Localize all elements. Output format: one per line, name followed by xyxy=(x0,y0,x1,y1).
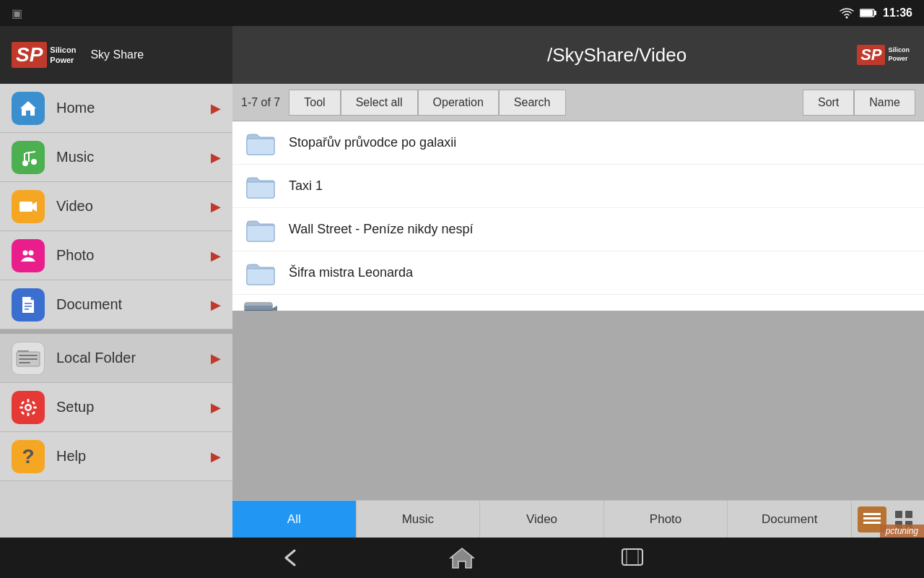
svg-point-0 xyxy=(846,17,848,19)
svg-point-22 xyxy=(27,405,30,409)
folder-icon-1 xyxy=(244,126,277,160)
local-folder-label: Local Folder xyxy=(56,350,221,366)
svg-rect-37 xyxy=(863,513,881,515)
setup-icon xyxy=(12,391,45,424)
time-display: 11:36 xyxy=(883,7,912,20)
file-name-2: Taxi 1 xyxy=(289,178,912,194)
setup-arrow: ▶ xyxy=(211,400,221,415)
document-icon xyxy=(12,288,45,322)
select-all-button[interactable]: Select all xyxy=(341,90,418,116)
operation-button[interactable]: Operation xyxy=(418,90,499,116)
content-area: /SkyShare/Video SP Silicon Power 1-7 of … xyxy=(232,26,924,538)
svg-rect-7 xyxy=(24,153,25,163)
file-row-2[interactable]: Taxi 1 xyxy=(232,165,924,208)
sidebar-item-photo[interactable]: Photo ▶ xyxy=(0,231,232,280)
video-label: Video xyxy=(56,198,221,215)
video-thumb-5 xyxy=(244,300,277,311)
recent-button[interactable] xyxy=(619,548,645,568)
svg-rect-44 xyxy=(622,549,642,565)
file-name-4: Šifra mistra Leonarda xyxy=(289,265,912,280)
tab-document[interactable]: Document xyxy=(728,501,852,538)
sidebar-item-home[interactable]: Home ▶ xyxy=(0,84,232,133)
logo-sp-letters: SP xyxy=(12,42,47,68)
sort-button[interactable]: Sort xyxy=(803,90,854,116)
file-row-1[interactable]: Stopařův průvodce po galaxii xyxy=(232,121,924,165)
svg-rect-45 xyxy=(627,549,638,565)
sidebar-item-music[interactable]: Music ▶ xyxy=(0,133,232,182)
sidebar-header: SP Silicon Power Sky Share xyxy=(0,26,232,84)
file-list: Stopařův průvodce po galaxii Taxi 1 xyxy=(232,121,924,311)
name-button[interactable]: Name xyxy=(854,90,915,116)
svg-rect-41 xyxy=(905,511,912,518)
sidebar-item-setup[interactable]: Setup ▶ xyxy=(0,383,232,432)
folder-icon-4 xyxy=(244,256,277,290)
nav-bar xyxy=(0,538,924,578)
battery-icon xyxy=(860,8,877,18)
tab-photo[interactable]: Photo xyxy=(604,501,728,538)
photo-arrow: ▶ xyxy=(211,248,221,264)
file-row-5[interactable]: SP-Sky Share H10.mp4 MP4 13.3 MB xyxy=(232,295,924,311)
folder-icon-3 xyxy=(244,213,277,246)
help-label: Help xyxy=(56,448,221,465)
file-count: 1-7 of 7 xyxy=(241,96,280,109)
home-button[interactable] xyxy=(449,546,475,569)
svg-point-11 xyxy=(23,250,28,255)
svg-rect-20 xyxy=(19,362,30,363)
logo-brand-right: Silicon Power xyxy=(888,46,910,63)
main-container: SP Silicon Power Sky Share Home ▶ xyxy=(0,26,924,538)
tab-music[interactable]: Music xyxy=(357,501,481,538)
photo-icon xyxy=(12,239,45,272)
svg-rect-38 xyxy=(863,517,881,519)
sidebar-item-document[interactable]: Document ▶ xyxy=(0,280,232,329)
music-arrow: ▶ xyxy=(211,150,221,165)
file-row-4[interactable]: Šifra mistra Leonarda xyxy=(232,251,924,295)
video-icon xyxy=(12,190,45,223)
svg-rect-25 xyxy=(19,406,23,408)
empty-area xyxy=(232,311,924,500)
svg-rect-30 xyxy=(32,410,36,415)
watermark: pctuning xyxy=(880,525,924,538)
sidebar-title: Sky Share xyxy=(90,48,144,61)
svg-rect-3 xyxy=(860,10,873,16)
setup-label: Setup xyxy=(56,399,221,415)
svg-rect-19 xyxy=(19,358,38,360)
logo-sp-right: SP xyxy=(857,45,885,65)
folder-icon-2 xyxy=(244,170,277,203)
svg-rect-2 xyxy=(874,11,876,15)
svg-marker-34 xyxy=(272,306,277,311)
status-bar: ▣ 11:36 xyxy=(0,0,924,26)
svg-point-5 xyxy=(31,159,37,165)
content-path: /SkyShare/Video xyxy=(377,44,857,66)
sp-logo-right: SP Silicon Power xyxy=(857,45,910,65)
svg-rect-27 xyxy=(21,400,25,405)
sidebar-item-video[interactable]: Video ▶ xyxy=(0,182,232,231)
svg-rect-26 xyxy=(33,406,37,408)
help-arrow: ▶ xyxy=(211,449,221,465)
svg-rect-29 xyxy=(21,410,25,415)
back-button[interactable] xyxy=(279,547,305,569)
svg-point-12 xyxy=(29,250,34,255)
sidebar-item-help[interactable]: ? Help ▶ xyxy=(0,432,232,481)
file-row-3[interactable]: Wall Street - Peníze nikdy nespí xyxy=(232,208,924,251)
tab-video[interactable]: Video xyxy=(480,501,604,538)
toolbar: 1-7 of 7 Tool Select all Operation Searc… xyxy=(232,84,924,121)
tab-all[interactable]: All xyxy=(232,501,357,538)
content-header: /SkyShare/Video SP Silicon Power xyxy=(232,26,924,84)
help-icon: ? xyxy=(12,440,45,473)
video-arrow: ▶ xyxy=(211,199,221,215)
svg-marker-10 xyxy=(32,202,37,212)
photo-label: Photo xyxy=(56,247,221,264)
music-icon xyxy=(12,141,45,174)
sidebar-item-local-folder[interactable]: Local Folder ▶ xyxy=(0,334,232,383)
logo-brand-text: Silicon Power xyxy=(50,45,76,66)
bottom-tabs: All Music Video Photo Document xyxy=(232,500,924,538)
status-bar-left: ▣ xyxy=(12,7,22,20)
document-arrow: ▶ xyxy=(211,297,221,313)
svg-rect-39 xyxy=(863,522,881,524)
svg-rect-9 xyxy=(19,202,32,212)
svg-rect-28 xyxy=(32,400,36,405)
local-folder-arrow: ▶ xyxy=(211,350,221,366)
sp-logo: SP Silicon Power xyxy=(12,42,76,68)
tool-button[interactable]: Tool xyxy=(289,90,340,116)
search-button[interactable]: Search xyxy=(499,90,566,116)
